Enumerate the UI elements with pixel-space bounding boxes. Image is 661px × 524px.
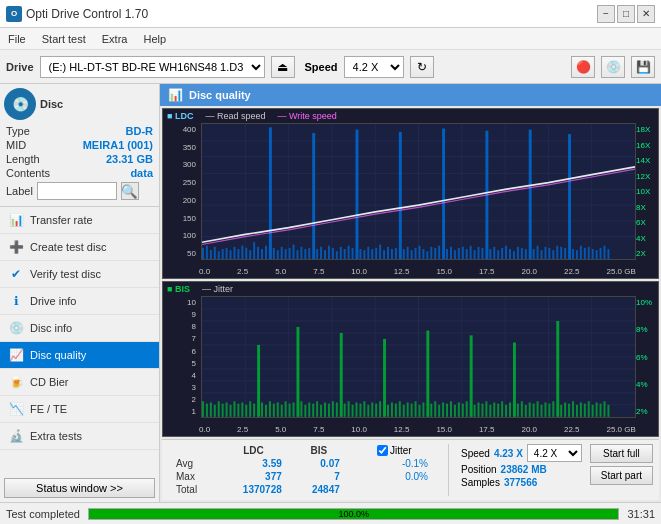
svg-rect-79 [450,247,452,259]
svg-rect-221 [529,403,531,417]
bis-legend-bis: ■ BIS [167,284,190,294]
max-bis: 7 [290,470,348,483]
svg-rect-60 [375,248,377,259]
svg-rect-235 [584,404,586,417]
svg-rect-212 [493,403,495,417]
nav-fe-te[interactable]: 📉 FE / TE [0,396,159,423]
y-label-5: 5 [163,359,199,368]
svg-rect-179 [363,401,365,417]
svg-rect-40 [296,250,298,259]
svg-rect-21 [222,249,224,259]
y-label-7: 7 [163,334,199,343]
verify-test-disc-icon: ✔ [8,266,24,282]
svg-rect-207 [474,405,476,417]
menu-extra[interactable]: Extra [98,31,132,47]
svg-rect-101 [537,246,539,260]
toolbar-btn-1[interactable]: 🔴 [571,56,595,78]
refresh-button[interactable]: ↻ [410,56,434,78]
x-label-15: 15.0 [436,267,452,276]
close-button[interactable]: ✕ [637,5,655,23]
nav-disc-quality[interactable]: 📈 Disc quality [0,342,159,369]
svg-rect-210 [485,401,487,417]
max-jitter: 0.0% [369,470,436,483]
status-window-button[interactable]: Status window >> [4,478,155,498]
stats-total-row: Total 1370728 24847 [168,483,436,496]
start-part-button[interactable]: Start part [590,466,653,485]
disc-label-input[interactable] [37,182,117,200]
nav-create-test-disc[interactable]: ➕ Create test disc [0,234,159,261]
length-value: 23.31 GB [106,153,153,165]
samples-value: 377566 [504,477,537,488]
svg-rect-58 [367,247,369,259]
svg-rect-138 [202,401,204,417]
start-full-button[interactable]: Start full [590,444,653,463]
svg-rect-82 [462,247,464,259]
svg-rect-85 [474,250,476,259]
bis-x-2.5: 2.5 [237,425,248,434]
nav-extra-tests[interactable]: 🔬 Extra tests [0,423,159,450]
svg-rect-197 [434,401,436,417]
avg-jitter: -0.1% [369,457,436,470]
svg-rect-164 [304,405,306,417]
svg-rect-156 [273,404,275,417]
svg-rect-45 [316,249,318,259]
menu-start-test[interactable]: Start test [38,31,90,47]
nav-cd-bier[interactable]: 🍺 CD Bier [0,369,159,396]
svg-rect-186 [391,403,393,417]
nav-drive-info[interactable]: ℹ Drive info [0,288,159,315]
y-label-300: 300 [163,160,199,169]
svg-rect-170 [328,404,330,417]
menu-file[interactable]: File [4,31,30,47]
svg-rect-30 [257,247,259,259]
bis-x-25: 25.0 GB [607,425,636,434]
speed-dropdown[interactable]: 4.2 X [527,444,582,462]
menu-help[interactable]: Help [139,31,170,47]
svg-rect-152 [257,345,260,417]
avg-ldc: 3.59 [217,457,290,470]
y-label-400: 400 [163,125,199,134]
svg-rect-200 [446,404,448,417]
svg-rect-151 [253,404,255,417]
svg-rect-39 [293,245,295,260]
svg-rect-182 [375,404,377,417]
svg-rect-169 [324,403,326,417]
svg-rect-222 [533,404,535,417]
contents-label: Contents [6,167,50,179]
x-label-5: 5.0 [275,267,286,276]
y-right-16x: 16X [634,141,658,150]
toolbar-btn-2[interactable]: 💿 [601,56,625,78]
stats-divider [448,444,449,496]
svg-rect-100 [533,249,535,259]
nav-cd-bier-label: CD Bier [30,376,69,388]
svg-rect-205 [466,401,468,417]
maximize-button[interactable]: □ [617,5,635,23]
svg-rect-52 [344,249,346,259]
ldc-legend-read: — Read speed [205,111,265,121]
y-label-50: 50 [163,249,199,258]
minimize-button[interactable]: − [597,5,615,23]
toolbar-btn-3[interactable]: 💾 [631,56,655,78]
disc-label-button[interactable]: 🔍 [121,182,139,200]
speed-select[interactable]: 4.2 X [344,56,404,78]
jitter-checkbox[interactable] [377,445,388,456]
svg-rect-204 [462,404,464,417]
stats-header-ldc: LDC [217,444,290,457]
svg-rect-48 [328,246,330,260]
svg-rect-53 [348,246,350,260]
progress-text: 100.0% [89,509,618,519]
svg-rect-241 [607,405,609,417]
mid-value: MEIRA1 (001) [83,139,153,151]
eject-button[interactable]: ⏏ [271,56,295,78]
drive-label: Drive [6,61,34,73]
nav-verify-test-disc[interactable]: ✔ Verify test disc [0,261,159,288]
drive-select[interactable]: (E:) HL-DT-ST BD-RE WH16NS48 1.D3 [40,56,265,78]
svg-rect-166 [312,404,314,417]
svg-rect-229 [560,405,562,417]
svg-rect-78 [446,249,448,259]
status-time: 31:31 [627,508,655,520]
svg-rect-192 [415,401,417,417]
nav-transfer-rate[interactable]: 📊 Transfer rate [0,207,159,234]
nav-disc-info[interactable]: 💿 Disc info [0,315,159,342]
x-label-25: 25.0 GB [607,267,636,276]
total-bis: 24847 [290,483,348,496]
